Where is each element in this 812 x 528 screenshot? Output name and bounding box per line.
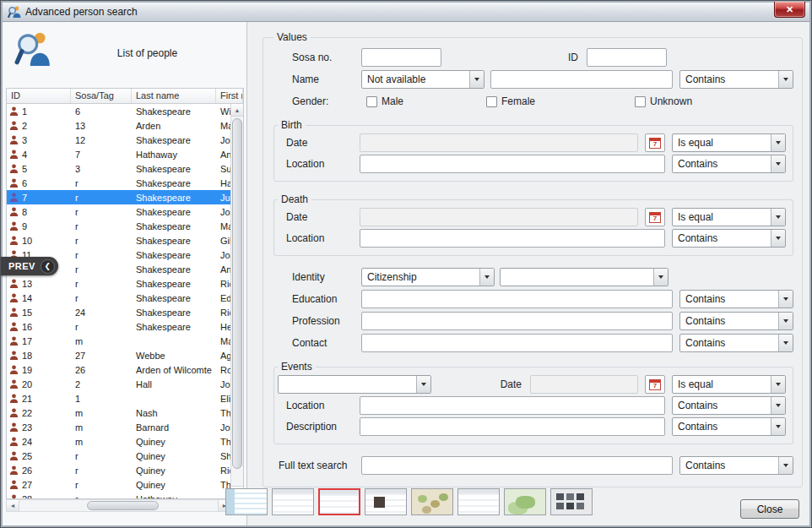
thumbnail-2[interactable] xyxy=(272,488,314,515)
column-header-last[interactable]: Last name xyxy=(132,89,216,103)
table-row[interactable]: 16ShakespeareWill xyxy=(7,104,230,118)
table-row[interactable]: 14rShakespeareEdm xyxy=(7,291,230,305)
scroll-left-button[interactable]: ◄ xyxy=(7,500,19,511)
death-date-op-combo[interactable]: Is equal xyxy=(672,208,786,226)
event-location-op-combo[interactable]: Contains xyxy=(672,396,786,415)
table-row[interactable]: 22mNashTho xyxy=(7,406,230,420)
id-input[interactable] xyxy=(587,48,667,67)
table-row[interactable]: 16rShakespeareHer xyxy=(7,319,230,334)
table-row[interactable]: 47HathawayAnn xyxy=(7,147,230,161)
thumbnail-5[interactable] xyxy=(411,488,453,515)
prev-overlay-button[interactable]: PREV ❮ xyxy=(1,257,58,275)
person-icon xyxy=(9,178,19,188)
table-row[interactable]: 13rShakespeareRic xyxy=(7,276,230,291)
identity-type-combo[interactable]: Citizenship xyxy=(361,268,495,286)
table-row[interactable]: 26rQuineyRic xyxy=(7,463,230,477)
education-op-combo[interactable]: Contains xyxy=(679,290,793,308)
event-location-input[interactable] xyxy=(360,396,665,415)
event-description-input[interactable] xyxy=(360,417,665,436)
row-firstname: Sha xyxy=(216,451,230,461)
table-row[interactable]: 25rQuineySha xyxy=(7,449,230,463)
close-button[interactable]: Close xyxy=(740,499,799,519)
sosa-input[interactable] xyxy=(361,48,441,67)
identity-value-combo[interactable] xyxy=(500,268,669,286)
name-filter-combo[interactable]: Not available xyxy=(361,70,484,89)
table-row[interactable]: 10rShakespeareGilb xyxy=(7,233,230,248)
table-row[interactable]: 312ShakespeareJoh xyxy=(7,133,230,147)
events-legend: Events xyxy=(278,361,316,373)
row-lastname: Shakespeare xyxy=(132,279,216,289)
column-header-sosa[interactable]: Sosa/Tag xyxy=(71,89,132,103)
row-lastname: Shakespeare xyxy=(132,264,216,275)
birth-location-op-combo[interactable]: Contains xyxy=(672,155,786,173)
thumbnail-8[interactable] xyxy=(550,488,593,515)
death-location-input[interactable] xyxy=(360,229,665,248)
row-id: 24 xyxy=(22,437,32,447)
table-row[interactable]: 1926Arden of WilcomteRob xyxy=(7,362,230,377)
column-header-first[interactable]: First name xyxy=(216,89,243,103)
thumbnail-4[interactable] xyxy=(365,488,407,515)
column-header-id[interactable]: ID xyxy=(7,89,71,103)
titlebar[interactable]: Advanced person search ✕ xyxy=(3,3,809,22)
table-row[interactable]: 23mBarnardJoh xyxy=(7,420,230,434)
table-row[interactable]: 28rHathaway xyxy=(7,492,230,498)
table-row[interactable]: 24mQuineyTho xyxy=(7,434,230,449)
row-id-cell: 7 xyxy=(7,193,71,203)
profession-input[interactable] xyxy=(361,312,673,330)
birth-date-op-combo[interactable]: Is equal xyxy=(672,133,786,152)
vertical-scrollbar[interactable]: ▲ ▼ xyxy=(230,104,243,498)
row-lastname: Shakespeare xyxy=(132,322,216,332)
person-icon xyxy=(9,279,19,288)
table-row[interactable]: 9rShakespeareMar xyxy=(7,219,230,233)
male-checkbox[interactable]: Male xyxy=(366,95,403,107)
birth-location-label: Location xyxy=(278,158,360,170)
horizontal-scroll-thumb[interactable] xyxy=(87,501,159,510)
vertical-scroll-thumb[interactable] xyxy=(232,118,242,469)
thumbnail-1[interactable] xyxy=(225,488,268,515)
education-input[interactable] xyxy=(361,290,673,308)
death-date-calendar-button[interactable]: 7 xyxy=(645,208,665,226)
person-icon xyxy=(9,465,19,475)
table-row[interactable]: 27rQuineyTho xyxy=(7,477,230,492)
chevron-down-icon xyxy=(771,376,785,393)
death-location-op-combo[interactable]: Contains xyxy=(672,229,786,248)
scroll-up-button[interactable]: ▲ xyxy=(231,104,243,117)
table-row[interactable]: 1827WebbeAgn xyxy=(7,348,230,362)
table-row[interactable]: 202HallJoh xyxy=(7,377,230,391)
event-description-op-combo[interactable]: Contains xyxy=(672,417,786,436)
name-op-combo[interactable]: Contains xyxy=(679,70,793,89)
birth-location-input[interactable] xyxy=(360,155,665,173)
thumbnail-7[interactable] xyxy=(504,488,546,515)
contact-input[interactable] xyxy=(361,334,673,352)
fulltext-input[interactable] xyxy=(361,456,673,475)
person-icon xyxy=(9,422,19,432)
birth-date-calendar-button[interactable]: 7 xyxy=(645,133,665,152)
row-lastname: Nash xyxy=(132,408,216,418)
people-table-header[interactable]: ID Sosa/Tag Last name First name xyxy=(7,89,243,104)
close-window-button[interactable]: ✕ xyxy=(774,2,805,18)
row-firstname: Ann xyxy=(216,150,230,160)
table-row[interactable]: 211Eliz xyxy=(7,391,230,406)
profession-op-combo[interactable]: Contains xyxy=(679,312,793,330)
thumbnail-3[interactable] xyxy=(318,488,360,515)
event-date-op-combo[interactable]: Is equal xyxy=(672,375,786,394)
fulltext-op-combo[interactable]: Contains xyxy=(679,456,793,475)
table-row[interactable]: 53ShakespeareSus xyxy=(7,161,230,176)
name-input[interactable] xyxy=(490,70,673,89)
table-row[interactable]: 7rShakespeareJud xyxy=(7,190,230,204)
event-type-combo[interactable] xyxy=(278,375,431,394)
chevron-down-icon xyxy=(778,291,793,308)
horizontal-scrollbar[interactable]: ◄ ► xyxy=(6,499,231,512)
table-row[interactable]: 8rShakespeareJoa xyxy=(7,204,230,219)
female-checkbox[interactable]: Female xyxy=(486,95,535,107)
thumbnail-6[interactable] xyxy=(457,488,500,515)
table-row[interactable]: 17mMar xyxy=(7,334,230,348)
table-row[interactable]: 213ArdenMar xyxy=(7,118,230,133)
table-row[interactable]: 6rShakespeareHan xyxy=(7,176,230,190)
unknown-checkbox[interactable]: Unknown xyxy=(635,95,692,107)
event-date-calendar-button[interactable]: 7 xyxy=(645,375,665,394)
contact-op-combo[interactable]: Contains xyxy=(679,334,793,352)
table-row[interactable]: 1524ShakespeareRic xyxy=(7,305,230,319)
calendar-icon: 7 xyxy=(649,138,661,149)
death-date-op-value: Is equal xyxy=(673,211,771,223)
